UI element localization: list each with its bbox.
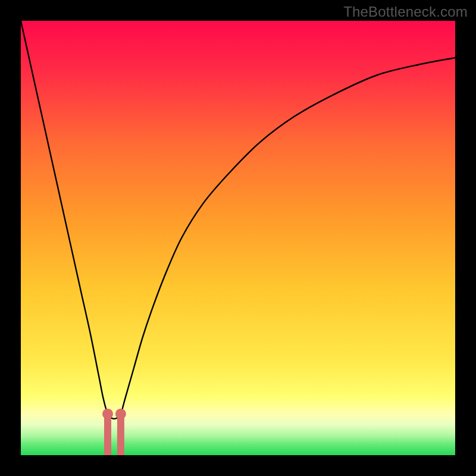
curve-overlay [21, 21, 455, 455]
optimal-left-dot [102, 409, 113, 419]
chart-frame: TheBottleneck.com [0, 0, 476, 476]
optimal-right-dot [115, 409, 126, 419]
heat-plot-area [21, 21, 455, 455]
bottleneck-curve-path [21, 21, 455, 419]
optimal-markers [102, 409, 126, 455]
bottleneck-curve [21, 21, 455, 419]
watermark-text: TheBottleneck.com [343, 4, 468, 20]
